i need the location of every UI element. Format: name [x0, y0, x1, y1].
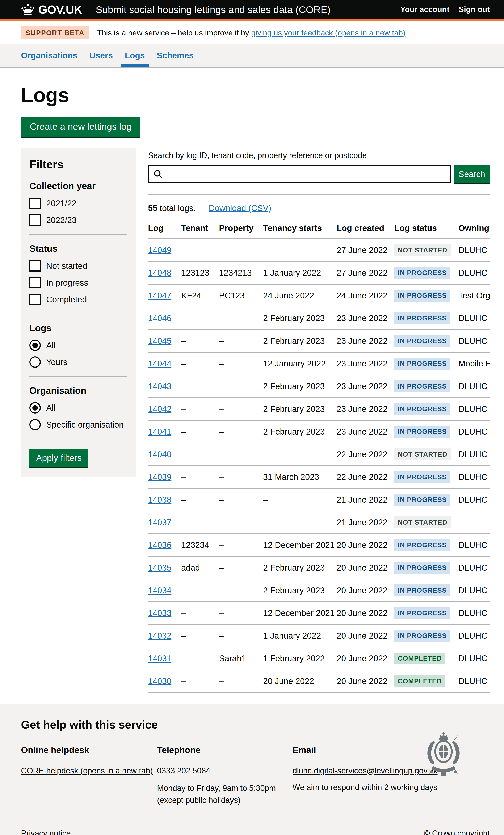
- owning-organisation-cell: DLUHC Tes: [459, 579, 490, 602]
- log-link-14030[interactable]: 14030: [148, 676, 172, 686]
- status-badge: IN PROGRESS: [395, 380, 450, 392]
- table-row: 14034––2 February 202320 June 2022IN PRO…: [148, 579, 490, 602]
- property-cell: –: [219, 579, 263, 602]
- radio-logs-all[interactable]: [29, 340, 41, 351]
- tenancy-starts-cell: 12 January 2022: [263, 352, 337, 375]
- govuk-logotype[interactable]: GOV.UK: [38, 3, 82, 16]
- log-created-cell: 20 June 2022: [337, 670, 395, 693]
- checkbox-not-started[interactable]: [29, 260, 41, 271]
- tenant-cell: –: [181, 625, 219, 647]
- sign-out-link[interactable]: Sign out: [459, 5, 490, 14]
- nav-item-users[interactable]: Users: [89, 44, 113, 67]
- log-link-14036[interactable]: 14036: [148, 541, 172, 550]
- log-link-14032[interactable]: 14032: [148, 631, 172, 640]
- property-cell: –: [219, 375, 263, 398]
- email-link[interactable]: dluhc.digital-services@levellingup.gov.u…: [293, 766, 438, 775]
- log-created-cell: 23 June 2022: [337, 307, 395, 330]
- checkbox-2021-22[interactable]: [29, 198, 41, 209]
- log-link-14039[interactable]: 14039: [148, 472, 172, 482]
- property-cell: –: [219, 307, 263, 330]
- core-helpdesk-link[interactable]: CORE helpdesk (opens in a new tab): [21, 766, 153, 775]
- radio-organisation-all[interactable]: [29, 402, 41, 413]
- log-link-14045[interactable]: 14045: [148, 336, 172, 345]
- tenancy-starts-cell: –: [263, 488, 337, 511]
- owning-organisation-cell: DLUHC: [459, 421, 490, 443]
- radio-logs-yours[interactable]: [29, 357, 41, 368]
- table-row: 14039––31 March 202322 June 2022IN PROGR…: [148, 466, 490, 488]
- tenant-cell: –: [181, 375, 219, 398]
- owning-organisation-cell: DLUHC Tes: [459, 466, 490, 488]
- property-cell: –: [219, 625, 263, 647]
- phase-banner-message: This is a new service – help us improve …: [97, 28, 249, 37]
- feedback-link[interactable]: giving us your feedback (opens in a new …: [251, 28, 405, 37]
- log-created-cell: 23 June 2022: [337, 375, 395, 398]
- log-link-14049[interactable]: 14049: [148, 245, 172, 255]
- filter-option-not-started: Not started: [29, 260, 127, 271]
- primary-nav-list: OrganisationsUsersLogsSchemes: [21, 44, 504, 67]
- property-cell: PC123: [219, 284, 263, 307]
- your-account-link[interactable]: Your account: [400, 5, 449, 14]
- tenancy-starts-cell: 20 June 2022: [263, 670, 337, 693]
- filter-option-specific-organisation: Specific organisation: [29, 419, 127, 430]
- tenancy-starts-cell: 1 February 2022: [263, 647, 337, 670]
- tenant-cell: –: [181, 466, 219, 488]
- log-link-14031[interactable]: 14031: [148, 654, 172, 663]
- table-header-row: LogTenantPropertyTenancy startsLog creat…: [148, 219, 490, 239]
- tenancy-starts-cell: 2 February 2023: [263, 421, 337, 443]
- owning-organisation-cell: DLUHC Tes: [459, 556, 490, 579]
- download-csv-link[interactable]: Download (CSV): [209, 204, 271, 213]
- owning-organisation-cell: DLUHC Tes: [459, 534, 490, 556]
- status-badge: NOT STARTED: [395, 244, 451, 256]
- log-link-14038[interactable]: 14038: [148, 495, 172, 504]
- apply-filters-button[interactable]: Apply filters: [29, 449, 88, 467]
- checkbox-in-progress[interactable]: [29, 277, 41, 288]
- log-link-14034[interactable]: 14034: [148, 586, 172, 595]
- service-name-link[interactable]: Submit social housing lettings and sales…: [96, 4, 330, 15]
- log-link-14047[interactable]: 14047: [148, 291, 172, 300]
- log-link-14048[interactable]: 14048: [148, 268, 172, 278]
- radio-organisation-specific-organisation[interactable]: [29, 419, 41, 430]
- royal-coat-of-arms-icon: [426, 731, 461, 785]
- log-link-14041[interactable]: 14041: [148, 427, 172, 436]
- crown-copyright-link[interactable]: © Crown copyright: [424, 829, 490, 835]
- nav-item-schemes[interactable]: Schemes: [157, 44, 194, 67]
- log-created-cell: 20 June 2022: [337, 625, 395, 647]
- property-cell: –: [219, 670, 263, 693]
- status-badge: IN PROGRESS: [395, 539, 450, 551]
- tenant-cell: –: [181, 647, 219, 670]
- filters-panel: Filters Collection year2021/222022/23Sta…: [21, 148, 136, 477]
- log-link-14040[interactable]: 14040: [148, 450, 172, 459]
- search-input[interactable]: [165, 166, 450, 182]
- table-row: 14032––1 January 202220 June 2022IN PROG…: [148, 625, 490, 647]
- status-badge: IN PROGRESS: [395, 358, 450, 370]
- log-created-cell: 23 June 2022: [337, 352, 395, 375]
- checkbox-completed[interactable]: [29, 294, 41, 305]
- search-button[interactable]: Search: [454, 165, 490, 183]
- nav-item-organisations[interactable]: Organisations: [21, 44, 78, 67]
- results-section: Search by log ID, tenant code, property …: [148, 148, 490, 767]
- status-badge: COMPLETED: [395, 652, 445, 665]
- privacy-notice-link[interactable]: Privacy notice: [21, 829, 71, 835]
- filter-option-2022-23: 2022/23: [29, 215, 127, 226]
- log-link-14033[interactable]: 14033: [148, 608, 172, 618]
- nav-item-logs[interactable]: Logs: [125, 44, 145, 67]
- create-lettings-log-button[interactable]: Create a new lettings log: [21, 117, 140, 137]
- checkbox-2022-23[interactable]: [29, 215, 41, 226]
- tenancy-starts-cell: –: [263, 511, 337, 534]
- owning-organisation-cell: Test Organi: [459, 284, 490, 307]
- log-link-14044[interactable]: 14044: [148, 359, 172, 368]
- status-badge: IN PROGRESS: [395, 585, 450, 596]
- owning-organisation-cell: DLUHC Tes: [459, 670, 490, 693]
- log-link-14046[interactable]: 14046: [148, 313, 172, 323]
- owning-organisation-cell: DLUHC: [459, 262, 490, 284]
- log-link-14043[interactable]: 14043: [148, 382, 172, 391]
- tenancy-starts-cell: 2 February 2023: [263, 398, 337, 421]
- log-link-14042[interactable]: 14042: [148, 404, 172, 413]
- log-created-cell: 22 June 2022: [337, 466, 395, 488]
- log-link-14037[interactable]: 14037: [148, 518, 172, 527]
- tenancy-starts-cell: 12 December 2021: [263, 602, 337, 625]
- search-box: [148, 165, 451, 183]
- tenancy-starts-cell: 1 January 2022: [263, 625, 337, 647]
- log-link-14035[interactable]: 14035: [148, 563, 172, 572]
- tenant-cell: –: [181, 421, 219, 443]
